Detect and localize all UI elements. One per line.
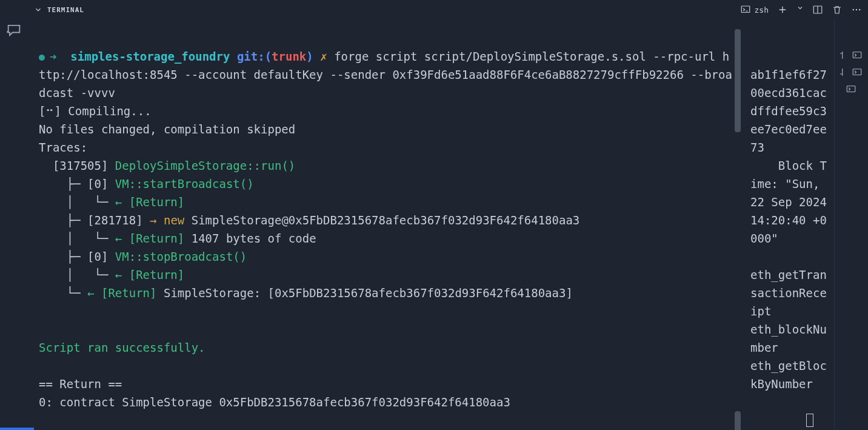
panel-collapse-chevron-icon[interactable]	[34, 5, 42, 14]
chevron-down-icon[interactable]	[796, 4, 804, 15]
trace-l3-vm: VM::	[115, 250, 143, 263]
terminal-small-icon	[852, 67, 863, 78]
arrow-left-4: ←	[87, 286, 101, 300]
trace-root-call: DeploySimpleStorage::run()	[115, 159, 295, 172]
new-terminal-plus-icon[interactable]	[777, 4, 788, 15]
svg-point-3	[856, 9, 857, 10]
terminal-scrollbar[interactable]	[735, 29, 741, 430]
scrollbar-thumb[interactable]	[735, 29, 741, 132]
trace-new: new	[164, 213, 184, 227]
trace-l2-ret-pre: │ └─	[39, 232, 115, 245]
svg-rect-7	[847, 86, 855, 92]
prompt-project: simples-storage_foundry	[70, 50, 230, 63]
svg-point-4	[859, 9, 860, 10]
return-1: [Return]	[129, 195, 185, 209]
status-bar-accent	[0, 428, 34, 430]
trace-l3-pre: ├─ [0]	[39, 250, 115, 263]
arrow-right-1: →	[150, 213, 164, 227]
return-4: [Return]	[101, 286, 157, 300]
terminal-small-icon	[846, 84, 856, 95]
terminal-small-icon	[852, 50, 863, 61]
out-compile: Compiling...	[68, 104, 151, 118]
terminal-tab-zsh[interactable]: zsh	[740, 4, 769, 15]
scrollbar-thumb-2[interactable]	[735, 411, 741, 430]
prompt-git-branch: trunk	[272, 50, 306, 63]
trace-last-tail: SimpleStorage: [0x5FbDB2315678afecb367f0…	[157, 286, 573, 300]
trace-root-gas: [317505]	[39, 159, 115, 172]
terminal-tab-list-item-3[interactable]	[835, 84, 856, 95]
trace-l1-vm: VM::	[115, 177, 143, 190]
out-return-line: 0: contract SimpleStorage 0x5FbDB2315678…	[39, 395, 510, 409]
trace-l1-ret-pre: │ └─	[39, 195, 115, 209]
return-3: [Return]	[129, 268, 185, 281]
terminal-cursor-icon	[806, 414, 813, 427]
trace-l1-sb: startBroadcast()	[143, 177, 254, 190]
svg-rect-6	[853, 69, 861, 75]
prompt-git-suffix: )	[306, 50, 313, 63]
terminal-icon	[740, 4, 751, 15]
trace-l1-pre: ├─ [0]	[39, 177, 115, 190]
terminal-output[interactable]: ➜ simples-storage_foundry git:(trunk) ✗ …	[28, 19, 743, 430]
arrow-left-2: ←	[115, 232, 129, 245]
trace-l3-ret-pre: │ └─	[39, 268, 115, 281]
secondary-output: ab1f1ef6f2700ecd361cacdffdfee59c3ee7ec0e…	[750, 66, 829, 393]
out-return-header: == Return ==	[39, 377, 122, 391]
blank-3	[39, 359, 45, 372]
trace-l2-tail: SimpleStorage@0x5FbDB2315678afecb367f032…	[184, 213, 579, 227]
blank-2	[39, 323, 45, 336]
out-traces: Traces:	[39, 141, 87, 154]
terminal-tabs-actions: zsh	[740, 0, 868, 19]
panel-title[interactable]: TERMINAL	[47, 6, 84, 14]
terminal-tab-list-item-1[interactable]	[835, 50, 863, 61]
svg-rect-5	[853, 52, 861, 58]
prompt-dirty-flag: ✗	[320, 50, 327, 63]
trash-icon[interactable]	[832, 4, 843, 15]
trace-last-pre: └─	[39, 286, 87, 300]
terminal-tab-list	[834, 19, 868, 430]
more-icon[interactable]	[851, 4, 862, 15]
comment-icon[interactable]	[5, 22, 22, 39]
prompt-status-dot-icon	[39, 55, 45, 61]
arrow-left-1: ←	[115, 195, 129, 209]
prompt-git-prefix: git:(	[237, 50, 272, 63]
terminal-main[interactable]: ➜ simples-storage_foundry git:(trunk) ✗ …	[28, 19, 743, 430]
out-compile-prefix: [⠒]	[39, 104, 68, 118]
trace-l2-pre: ├─ [281718]	[39, 213, 150, 227]
terminal-tab-list-item-2[interactable]	[835, 67, 863, 78]
split-terminal-icon[interactable]	[812, 4, 823, 15]
svg-point-2	[853, 9, 854, 10]
prompt-arrow: ➜	[50, 50, 56, 63]
blank-1	[39, 304, 45, 318]
out-success: Script ran successfully.	[39, 341, 205, 354]
return-2: [Return]	[129, 232, 185, 245]
trace-l3-sb: stopBroadcast()	[143, 250, 247, 263]
activity-bar	[0, 0, 28, 430]
terminal-secondary[interactable]: ab1f1ef6f2700ecd361cacdffdfee59c3ee7ec0e…	[743, 19, 834, 430]
svg-rect-0	[741, 6, 750, 13]
out-nochanges: No files changed, compilation skipped	[39, 123, 295, 136]
terminal-tab-label: zsh	[755, 5, 769, 15]
trace-l2-ret-tail: 1407 bytes of code	[184, 232, 316, 245]
arrow-left-3: ←	[115, 268, 129, 281]
